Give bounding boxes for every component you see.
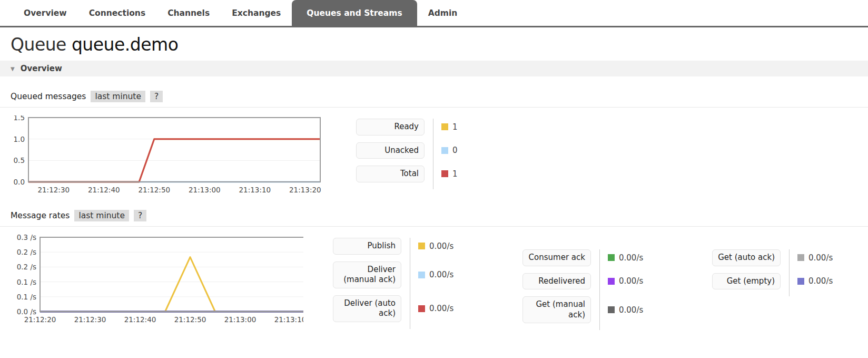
deliver-auto-swatch-icon xyxy=(418,305,425,312)
collapse-triangle-icon: ▼ xyxy=(11,66,15,72)
legend-row-publish-value: 0.00/s xyxy=(410,238,489,262)
svg-text:0.1 /s: 0.1 /s xyxy=(17,293,36,301)
get-manual-swatch-icon xyxy=(608,306,615,313)
legend-label-deliver-manual-ack[interactable]: Deliver (manual ack) xyxy=(333,262,401,288)
legend-label-publish[interactable]: Publish xyxy=(333,238,401,255)
message-rates-legend-col3: Get (auto ack) 0.00/s Get (empty) 0.00/s xyxy=(712,249,868,296)
unacked-swatch-icon xyxy=(441,147,448,154)
tab-exchanges[interactable]: Exchanges xyxy=(221,0,292,26)
legend-label-consumer-ack[interactable]: Consumer ack xyxy=(522,249,591,266)
message-rates-legend: Publish 0.00/s Deliver (manual ack) 0.00… xyxy=(333,235,868,330)
consumer-ack-swatch-icon xyxy=(608,254,615,261)
svg-text:21:12:50: 21:12:50 xyxy=(138,186,170,194)
queued-messages-range-button[interactable]: last minute xyxy=(91,91,145,102)
publish-rate: 0.00/s xyxy=(429,241,453,251)
total-swatch-icon xyxy=(441,170,448,177)
message-rates-chart: 0.3 /s0.2 /s0.2 /s0.1 /s0.1 /s0.0 /s21:1… xyxy=(11,235,303,325)
legend-row-redelivered-value: 0.00/s xyxy=(599,273,678,297)
legend-label-total[interactable]: Total xyxy=(356,166,425,182)
svg-text:21:13:20: 21:13:20 xyxy=(289,186,321,194)
svg-text:0.2 /s: 0.2 /s xyxy=(17,248,36,256)
queued-messages-chart: 1.51.00.50.021:12:3021:12:4021:12:5021:1… xyxy=(11,115,327,196)
queued-messages-chart-row: 1.51.00.50.021:12:3021:12:4021:12:5021:1… xyxy=(11,115,868,196)
legend-label-get-manual-ack[interactable]: Get (manual ack) xyxy=(522,296,591,323)
get-auto-rate: 0.00/s xyxy=(808,253,833,263)
deliver-manual-swatch-icon xyxy=(418,272,425,278)
legend-row-deliver-auto-value: 0.00/s xyxy=(410,295,489,329)
message-rates-legend-col1: Publish 0.00/s Deliver (manual ack) 0.00… xyxy=(333,238,489,329)
svg-text:21:12:30: 21:12:30 xyxy=(37,186,70,194)
section-overview-toggle[interactable]: ▼ Overview xyxy=(0,61,868,76)
publish-swatch-icon xyxy=(418,243,425,249)
message-rates-title: Message rates xyxy=(11,211,70,220)
divider xyxy=(0,226,868,227)
queued-messages-title: Queued messages xyxy=(11,92,86,101)
svg-text:21:12:30: 21:12:30 xyxy=(74,315,106,324)
page-title-type: Queue xyxy=(11,34,66,55)
message-rates-heading-row: Message rates last minute ? xyxy=(11,210,868,221)
svg-text:0.5: 0.5 xyxy=(14,156,25,165)
ready-swatch-icon xyxy=(441,123,448,130)
top-nav: Overview Connections Channels Exchanges … xyxy=(0,0,868,27)
tab-overview[interactable]: Overview xyxy=(13,0,78,26)
consumer-ack-rate: 0.00/s xyxy=(619,253,643,263)
svg-text:0.1 /s: 0.1 /s xyxy=(17,278,36,286)
svg-text:1.0: 1.0 xyxy=(14,135,25,143)
message-rates-range-button[interactable]: last minute xyxy=(74,210,129,221)
legend-row-ready-value: 1 xyxy=(433,119,512,142)
legend-label-deliver-auto-ack[interactable]: Deliver (auto ack) xyxy=(333,295,401,322)
ready-value: 1 xyxy=(452,122,458,132)
svg-text:21:12:40: 21:12:40 xyxy=(88,186,120,194)
queued-messages-panel: Queued messages last minute ? 1.51.00.50… xyxy=(0,91,868,196)
legend-row-consumer-ack-value: 0.00/s xyxy=(599,249,678,273)
legend-label-ready[interactable]: Ready xyxy=(356,119,425,136)
legend-row-unacked-value: 0 xyxy=(433,142,512,166)
message-rates-panel: Message rates last minute ? 0.3 /s0.2 /s… xyxy=(0,210,868,330)
svg-text:21:13:00: 21:13:00 xyxy=(224,315,257,324)
svg-text:0.0 /s: 0.0 /s xyxy=(17,307,36,316)
get-auto-swatch-icon xyxy=(797,254,804,261)
svg-text:21:12:40: 21:12:40 xyxy=(124,315,156,324)
legend-row-deliver-manual-value: 0.00/s xyxy=(410,262,489,295)
page-title-queue-name: queue.demo xyxy=(72,34,178,55)
svg-text:1.5: 1.5 xyxy=(14,115,25,122)
legend-row-get-manual-value: 0.00/s xyxy=(599,296,678,330)
page-title: Queue queue.demo xyxy=(11,34,868,55)
tab-connections[interactable]: Connections xyxy=(78,0,156,26)
tab-admin[interactable]: Admin xyxy=(417,0,469,26)
message-rates-legend-col2: Consumer ack 0.00/s Redelivered 0.00/s G… xyxy=(522,249,678,330)
deliver-manual-rate: 0.00/s xyxy=(429,270,453,279)
get-manual-rate: 0.00/s xyxy=(619,305,643,315)
total-value: 1 xyxy=(452,169,458,179)
legend-row-get-empty-value: 0.00/s xyxy=(789,273,868,297)
tab-channels[interactable]: Channels xyxy=(156,0,221,26)
get-empty-rate: 0.00/s xyxy=(808,276,833,286)
svg-text:21:13:00: 21:13:00 xyxy=(189,186,221,194)
tab-queues-and-streams[interactable]: Queues and Streams xyxy=(292,0,417,26)
legend-row-total-value: 1 xyxy=(433,166,512,189)
redelivered-swatch-icon xyxy=(608,278,615,285)
queued-messages-heading-row: Queued messages last minute ? xyxy=(11,91,868,102)
deliver-auto-rate: 0.00/s xyxy=(429,304,453,313)
legend-label-get-empty[interactable]: Get (empty) xyxy=(712,273,781,290)
svg-text:0.3 /s: 0.3 /s xyxy=(17,235,36,241)
svg-text:0.2 /s: 0.2 /s xyxy=(17,263,36,271)
redelivered-rate: 0.00/s xyxy=(619,276,643,286)
queued-messages-help-button[interactable]: ? xyxy=(150,91,163,102)
svg-text:21:12:50: 21:12:50 xyxy=(174,315,206,324)
queued-messages-legend: Ready 1 Unacked 0 Total 1 xyxy=(356,119,512,189)
section-label: Overview xyxy=(21,64,62,73)
legend-label-unacked[interactable]: Unacked xyxy=(356,142,425,159)
divider xyxy=(0,107,868,108)
svg-text:0.0: 0.0 xyxy=(14,178,25,186)
legend-row-get-auto-value: 0.00/s xyxy=(789,249,868,273)
legend-label-redelivered[interactable]: Redelivered xyxy=(522,273,591,290)
unacked-value: 0 xyxy=(452,146,458,155)
message-rates-help-button[interactable]: ? xyxy=(134,210,146,221)
svg-text:21:13:10: 21:13:10 xyxy=(274,315,303,324)
svg-text:21:12:20: 21:12:20 xyxy=(24,315,56,324)
legend-label-get-auto-ack[interactable]: Get (auto ack) xyxy=(712,249,781,266)
svg-text:21:13:10: 21:13:10 xyxy=(239,186,271,194)
message-rates-chart-row: 0.3 /s0.2 /s0.2 /s0.1 /s0.1 /s0.0 /s21:1… xyxy=(11,235,868,330)
get-empty-swatch-icon xyxy=(797,278,804,285)
